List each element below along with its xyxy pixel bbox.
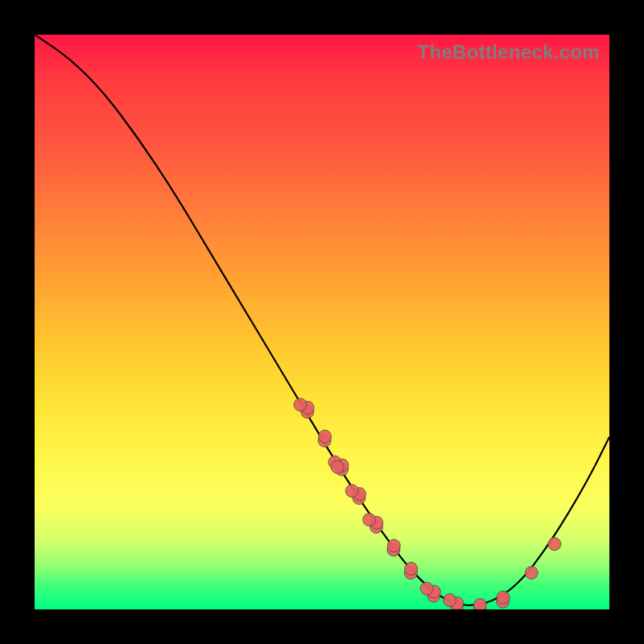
data-dot [319, 430, 332, 443]
data-dot [497, 591, 510, 604]
bottleneck-curve-chart [35, 35, 609, 609]
data-dot [444, 594, 456, 607]
data-dot [473, 598, 486, 609]
data-dot [525, 567, 538, 580]
data-dot [387, 539, 400, 552]
data-dots-group [294, 398, 561, 609]
curve-line [35, 35, 609, 605]
data-dot [345, 485, 358, 497]
data-dot [331, 460, 344, 473]
data-dot [548, 538, 561, 551]
data-dot [420, 582, 433, 595]
data-dot [405, 562, 418, 575]
chart-frame: TheBottleneck.com [35, 35, 609, 609]
data-dot [363, 514, 376, 526]
data-dot [294, 398, 307, 411]
